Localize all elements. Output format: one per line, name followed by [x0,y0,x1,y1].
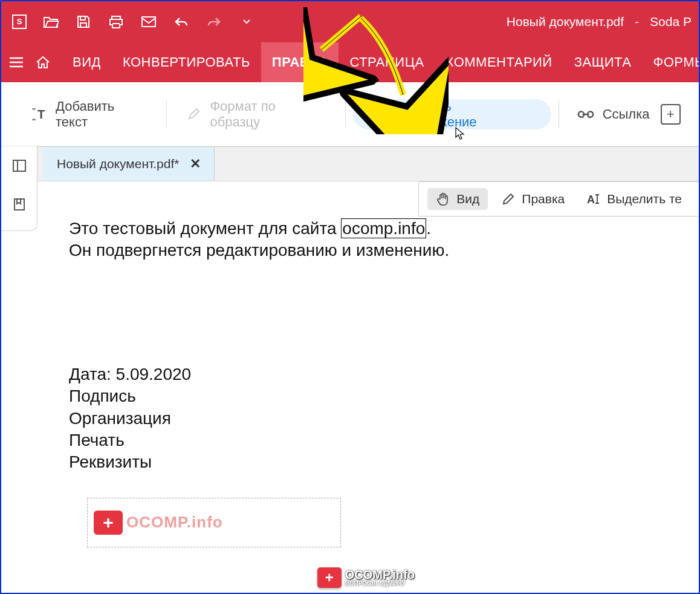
menubar: ВИД КОНВЕРТИРОВАТЬ ПРАВКА СТРАНИЦА КОММЕ… [1,42,699,82]
app-name: Soda P [650,15,692,29]
panels-icon[interactable] [11,157,28,174]
insert-image-label: Вставить изображение [395,99,534,130]
svg-point-3 [374,111,377,114]
pencil-icon [501,192,516,206]
print-icon[interactable] [108,13,125,30]
format-painter-button[interactable]: Формат по образцу [174,99,338,129]
format-painter-label: Формат по образцу [210,99,327,130]
titlebar: S Новый документ.pdf [1,1,699,42]
mode-edit-button[interactable]: Правка [493,188,573,210]
menu-forms[interactable]: ФОРМЫ [642,42,700,82]
title-separator: - [635,15,639,29]
link-button[interactable]: Ссылка [566,99,661,129]
document-title: Новый документ.pdf [507,15,624,29]
plus-icon: + [317,567,342,588]
separator [559,100,559,128]
document-tab[interactable]: Новый документ.pdf* ✕ [44,147,215,181]
doc-date: Дата: 5.09.2020 [69,364,667,385]
link-label: Ссылка [603,106,650,122]
close-icon[interactable]: ✕ [190,156,201,172]
watermark-sub: ВОПРОСЫ АДМИНУ [345,581,415,587]
placeholder-logo-text: OCOMP.info [126,513,223,532]
doc-boxed-text: ocomp.info [341,218,426,238]
side-panel-strip [1,146,37,231]
doc-requisites: Реквизиты [69,451,667,473]
hand-icon [436,192,450,206]
plus-icon: + [94,511,123,535]
doc-organization: Организация [69,408,667,429]
menu-comment[interactable]: КОММЕНТАРИЙ [435,42,563,82]
svg-rect-2 [372,109,385,120]
menu-edit[interactable]: ПРАВКА [261,42,339,82]
separator [166,100,167,128]
doc-line-1: Это тестовый документ для сайта ocomp.in… [69,218,667,240]
document-page: Это тестовый документ для сайта ocomp.in… [37,181,699,593]
chevron-down-icon[interactable] [238,13,255,30]
svg-rect-0 [142,17,155,27]
doc-signature: Подпись [69,385,667,407]
watermark: + OCOMP.info ВОПРОСЫ АДМИНУ [317,567,415,588]
link-icon [577,106,594,123]
bookmark-icon[interactable] [11,196,28,213]
inserted-image-placeholder[interactable]: + OCOMP.info [87,498,341,547]
image-icon [370,106,386,123]
menu-convert[interactable]: КОНВЕРТИРОВАТЬ [112,42,261,82]
add-text-button[interactable]: T Добавить текст [19,99,159,129]
home-icon[interactable] [35,49,51,76]
doc-line-2: Он подвергнется редактированию и изменен… [69,240,667,261]
text-select-icon: A [586,192,601,206]
menu-view[interactable]: ВИД [62,42,112,82]
svg-rect-8 [15,199,24,210]
doc-stamp: Печать [69,429,667,451]
menu-page[interactable]: СТРАНИЦА [339,42,435,82]
open-icon[interactable] [42,13,59,30]
hamburger-icon[interactable] [8,49,24,76]
app-logo-icon[interactable]: S [12,15,27,29]
svg-text:T: T [37,108,45,121]
mode-select-text-label: Выделить те [607,192,682,206]
mode-select-text-button[interactable]: A Выделить те [578,188,690,210]
svg-rect-6 [13,160,25,171]
undo-icon[interactable] [173,13,190,30]
redo-icon[interactable] [206,13,222,30]
add-text-label: Добавить текст [56,99,148,130]
text-cursor-icon: T [30,106,47,123]
mode-bar: Вид Правка A Выделить те [418,181,699,217]
mode-edit-label: Правка [522,192,565,206]
svg-text:A: A [587,194,595,206]
mail-icon[interactable] [140,13,157,30]
watermark-main: OCOMP.info [345,569,415,581]
mode-view-label: Вид [456,192,479,206]
tab-strip: Новый документ.pdf* ✕ [1,146,699,181]
save-icon[interactable] [75,13,92,30]
menu-protect[interactable]: ЗАЩИТА [563,42,643,82]
separator [345,100,346,128]
brush-icon [185,106,201,123]
add-panel-icon[interactable]: + [661,104,681,125]
insert-image-button[interactable]: Вставить изображение [353,99,551,129]
ribbon: T Добавить текст Формат по образцу Встав… [1,82,699,146]
mode-view-button[interactable]: Вид [427,188,488,210]
tab-label: Новый документ.pdf* [57,157,179,171]
